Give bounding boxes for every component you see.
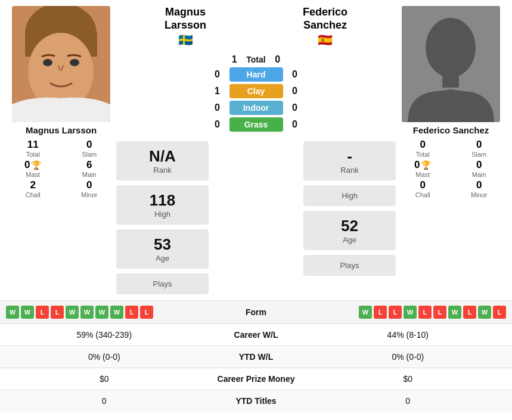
career-wl-row: 59% (340-239) Career W/L 44% (8-10) [0, 323, 512, 346]
form-badge-w: W [110, 306, 123, 319]
form-badge-w: W [80, 306, 94, 319]
h2h-total-right: 0 [272, 54, 284, 65]
left-stat-slam: 0 Slam [63, 139, 117, 158]
left-stat-total: 11 Total [6, 139, 60, 158]
right-rank-card: - Rank [303, 141, 396, 181]
form-section: WWLLWWWWLL Form WLLWLLWLWL [0, 300, 512, 323]
h2h-hard-badge: Hard [229, 67, 283, 82]
main-container: Magnus Larsson 11 Total 0 Slam 0 🏆 Mast [0, 0, 512, 412]
h2h-indoor-badge: Indoor [229, 101, 283, 115]
left-slam-label: Slam [82, 151, 97, 158]
right-age-card: 52 Age [303, 211, 396, 250]
left-stat-main: 6 Main [63, 159, 117, 178]
top-section: Magnus Larsson 11 Total 0 Slam 0 🏆 Mast [0, 0, 512, 300]
left-name-top: Magnus Larsson 🇸🇪 [165, 6, 206, 47]
ytd-titles-row: 0 YTD Titles 0 [0, 390, 512, 412]
h2h-hard-left: 0 [212, 69, 224, 80]
form-badge-l: L [51, 306, 64, 319]
left-name-line2: Larsson [165, 19, 206, 32]
left-minor-label: Minor [81, 191, 98, 198]
right-mast-label: Mast [415, 171, 430, 178]
left-chall-value: 2 [30, 179, 36, 191]
right-slam-label: Slam [471, 151, 486, 158]
left-stat-cards: N/A Rank 118 High 53 Age Plays [116, 139, 209, 294]
left-mast-value: 0 [24, 159, 30, 171]
left-player-mini-stats: 11 Total 0 Slam 0 🏆 Mast 6 Main [6, 139, 116, 198]
left-slam-value: 0 [86, 139, 92, 151]
form-label: Form [226, 307, 286, 317]
left-minor-value: 0 [86, 179, 92, 191]
form-badge-w: W [6, 306, 19, 319]
form-badge-w: W [95, 306, 108, 319]
ytd-titles-right: 0 [310, 396, 507, 406]
right-player-face-svg [402, 6, 500, 122]
left-main-label: Main [82, 171, 97, 178]
form-badge-l: L [36, 306, 49, 319]
ytd-wl-right: 0% (0-0) [310, 352, 507, 362]
right-name-top: Federico Sanchez 🇪🇸 [303, 6, 347, 47]
form-badge-w: W [478, 306, 491, 319]
left-plays-label: Plays [122, 279, 203, 288]
form-badge-w: W [404, 306, 417, 319]
form-badge-l: L [418, 306, 432, 319]
ytd-wl-label: YTD W/L [203, 352, 310, 362]
left-rank-value: N/A [122, 147, 203, 166]
left-player-photo [12, 6, 110, 122]
ytd-wl-left: 0% (0-0) [6, 352, 203, 362]
left-stat-minor: 0 Minor [63, 179, 117, 198]
right-slam-value: 0 [476, 139, 482, 151]
right-age-value: 52 [309, 217, 390, 235]
right-age-label: Age [309, 235, 390, 244]
right-minor-label: Minor [471, 191, 488, 198]
h2h-hard-row: 0 Hard 0 [116, 67, 396, 82]
names-row: Magnus Larsson 🇸🇪 Federico Sanchez 🇪🇸 [116, 6, 396, 47]
right-main-label: Main [472, 171, 486, 178]
svg-point-4 [43, 59, 52, 66]
right-stat-minor: 0 Minor [452, 179, 507, 198]
career-wl-left: 59% (340-239) [6, 330, 203, 340]
ytd-wl-row: 0% (0-0) YTD W/L 0% (0-0) [0, 346, 512, 368]
right-form-badges: WLLWLLWLWL [286, 306, 507, 319]
right-mast-value: 0 [414, 159, 420, 171]
form-badge-l: L [463, 306, 476, 319]
career-prize-row: $0 Career Prize Money $0 [0, 368, 512, 390]
right-trophy-icon: 🏆 [421, 160, 431, 170]
left-name-line1: Magnus [165, 6, 206, 19]
career-prize-right: $0 [310, 374, 507, 384]
right-chall-label: Chall [415, 191, 430, 198]
left-player-face-svg [12, 6, 110, 122]
left-stat-chall: 2 Chall [6, 179, 60, 198]
left-age-label: Age [122, 254, 203, 263]
form-badge-w: W [21, 306, 34, 319]
h2h-indoor-left: 0 [212, 102, 224, 113]
h2h-hard-right: 0 [289, 69, 301, 80]
form-badge-l: L [140, 306, 153, 319]
left-total-value: 11 [27, 139, 39, 151]
left-high-label: High [122, 210, 203, 219]
left-high-card: 118 High [116, 185, 209, 225]
h2h-grass-row: 0 Grass 0 [116, 117, 396, 132]
right-main-value: 0 [476, 159, 482, 171]
left-rank-card: N/A Rank [116, 141, 209, 181]
h2h-total-label: Total [246, 55, 265, 64]
left-flag: 🇸🇪 [165, 33, 206, 47]
career-wl-label: Career W/L [203, 330, 310, 340]
right-minor-value: 0 [476, 179, 482, 191]
form-badge-l: L [125, 306, 138, 319]
middle-cards-row: N/A Rank 118 High 53 Age Plays [116, 139, 396, 294]
right-stat-slam: 0 Slam [452, 139, 507, 158]
ytd-titles-left: 0 [6, 396, 203, 406]
right-flag: 🇪🇸 [303, 33, 347, 47]
left-player-block: Magnus Larsson 11 Total 0 Slam 0 🏆 Mast [6, 6, 116, 294]
h2h-grass-right: 0 [289, 119, 301, 130]
h2h-clay-row: 1 Clay 0 [116, 84, 396, 98]
left-rank-label: Rank [122, 166, 203, 175]
left-chall-label: Chall [26, 191, 41, 198]
h2h-clay-right: 0 [289, 86, 301, 97]
left-form-badges: WWLLWWWWLL [6, 306, 226, 319]
right-player-name: Federico Sanchez [413, 125, 489, 135]
form-badge-w: W [359, 306, 372, 319]
right-stat-total: 0 Total [396, 139, 450, 158]
left-plays-card: Plays [116, 273, 209, 294]
career-wl-right: 44% (8-10) [310, 330, 507, 340]
